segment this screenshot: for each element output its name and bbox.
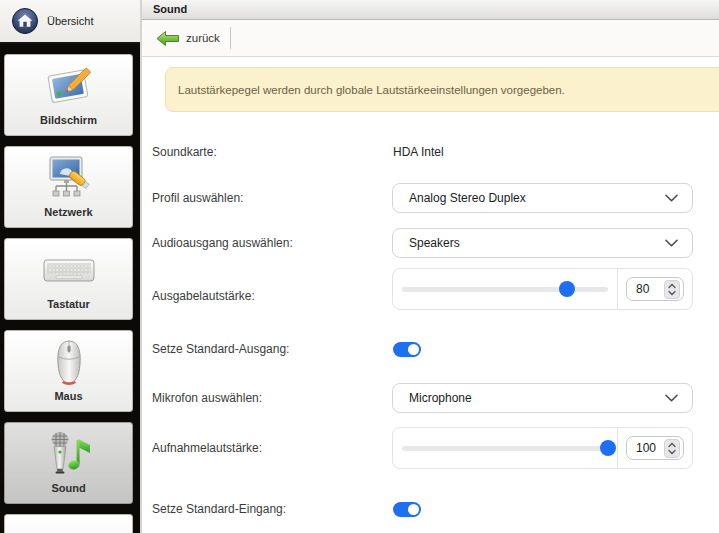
microphone-label: Mikrofon auswählen:: [152, 388, 262, 408]
output-volume-input[interactable]: 80: [626, 277, 684, 301]
sidebar-item-maus[interactable]: Maus: [4, 330, 133, 412]
audio-output-select-value: Speakers: [409, 236, 665, 250]
sidebar-item-label: Sound: [5, 482, 132, 494]
stepper-up-icon: [668, 283, 676, 289]
notice-text: Lautstärkepegel werden durch globale Lau…: [178, 84, 565, 96]
main-panel: Sound zurück Lautstärkepegel werden durc…: [140, 0, 719, 533]
sidebar-item-label: Tastatur: [5, 298, 132, 310]
toggle-knob: [408, 344, 419, 355]
notice-banner: Lautstärkepegel werden durch globale Lau…: [165, 67, 719, 112]
profile-select-value: Analog Stereo Duplex: [409, 191, 665, 205]
back-arrow-icon: [156, 30, 180, 47]
display-edit-icon: [5, 61, 132, 111]
output-volume-slider[interactable]: [393, 269, 617, 309]
back-button[interactable]: zurück: [150, 27, 226, 50]
sidebar-item-bildschirm[interactable]: Bildschirm: [4, 54, 133, 136]
profile-label: Profil auswählen:: [152, 188, 243, 208]
mouse-icon: [5, 337, 132, 387]
settings-window: Übersicht: [0, 0, 719, 533]
audio-output-label: Audioausgang auswählen:: [152, 233, 293, 253]
chevron-down-icon: [665, 394, 678, 402]
output-volume-stepper[interactable]: [664, 280, 680, 299]
stepper-down-icon: [668, 449, 676, 455]
slider-track[interactable]: [402, 446, 608, 451]
sidebar-item-sound[interactable]: Sound: [4, 422, 133, 504]
sound-settings-form: Lautstärkepegel werden durch globale Lau…: [142, 57, 719, 533]
microphone-note-icon: [5, 429, 132, 479]
stepper-up-icon: [668, 442, 676, 448]
soundcard-label: Soundkarte:: [152, 142, 217, 162]
default-output-toggle[interactable]: [393, 342, 421, 357]
output-volume-label: Ausgabelautstärke:: [152, 286, 255, 306]
output-volume-value: 80: [636, 282, 664, 296]
home-icon: [11, 7, 39, 35]
sidebar-item-netzwerk[interactable]: Netzwerk: [4, 146, 133, 228]
toolbar-separator: [230, 27, 231, 49]
sidebar-item-label: Bildschirm: [5, 114, 132, 126]
chevron-down-icon: [665, 194, 678, 202]
stepper-down-icon: [668, 290, 676, 296]
input-volume-value: 100: [636, 441, 664, 455]
microphone-select-value: Microphone: [409, 391, 665, 405]
device-icon: [5, 519, 132, 533]
microphone-select[interactable]: Microphone: [392, 383, 693, 413]
network-icon: [5, 153, 132, 203]
sidebar-item-uebersicht[interactable]: Übersicht: [0, 0, 140, 44]
toggle-knob: [408, 504, 419, 515]
default-output-label: Setze Standard-Ausgang:: [152, 339, 289, 359]
chevron-down-icon: [665, 239, 678, 247]
page-title: Sound: [142, 0, 719, 20]
profile-select[interactable]: Analog Stereo Duplex: [392, 183, 693, 213]
back-button-label: zurück: [186, 32, 220, 44]
input-volume-stepper[interactable]: [664, 439, 680, 458]
slider-thumb[interactable]: [600, 440, 616, 456]
default-input-label: Setze Standard-Eingang:: [152, 499, 286, 519]
input-volume-spin-section: 100: [617, 428, 692, 468]
sidebar: Übersicht: [0, 0, 140, 533]
sidebar-overview-label: Übersicht: [47, 15, 93, 27]
slider-track[interactable]: [402, 287, 608, 292]
keyboard-icon: [5, 245, 132, 295]
input-volume-input[interactable]: 100: [626, 436, 684, 460]
sidebar-item-tastatur[interactable]: Tastatur: [4, 238, 133, 320]
sidebar-item-label: Maus: [5, 390, 132, 402]
soundcard-value: HDA Intel: [393, 142, 444, 162]
default-input-toggle[interactable]: [393, 502, 421, 517]
input-volume-label: Aufnahmelautstärke:: [152, 438, 262, 458]
slider-thumb[interactable]: [559, 281, 575, 297]
sidebar-item-label: Netzwerk: [5, 206, 132, 218]
input-volume-control: 100: [392, 427, 693, 469]
output-volume-control: 80: [392, 268, 693, 310]
output-volume-spin-section: 80: [617, 269, 692, 309]
input-volume-slider[interactable]: [393, 428, 617, 468]
sidebar-item-partial[interactable]: [4, 514, 133, 533]
audio-output-select[interactable]: Speakers: [392, 228, 693, 258]
toolbar: zurück: [142, 20, 719, 57]
